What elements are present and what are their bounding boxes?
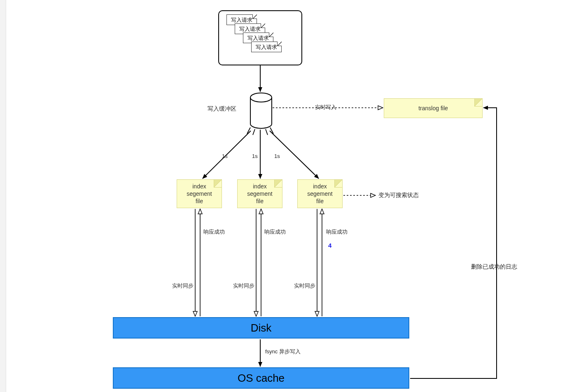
svg-line-4 <box>253 129 255 135</box>
svg-line-6 <box>266 129 268 135</box>
svg-line-10 <box>270 131 319 179</box>
left-sidebar-strip <box>0 0 6 392</box>
svg-line-8 <box>203 131 251 179</box>
diagram-canvas: 写入请求 写入请求 写入请求 写入请求 写入缓冲区 translog file … <box>6 0 574 392</box>
arrows-svg <box>6 0 574 392</box>
